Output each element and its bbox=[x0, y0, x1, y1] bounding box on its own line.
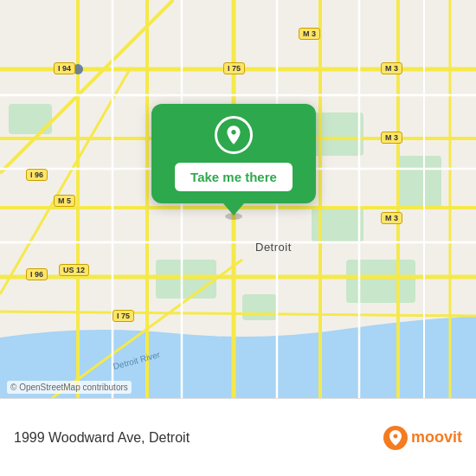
pin-icon bbox=[215, 116, 253, 154]
highway-badge-m3-right1: M 3 bbox=[381, 62, 402, 74]
map-attribution: © OpenStreetMap contributors bbox=[7, 381, 132, 394]
highway-badge-i94: I 94 bbox=[54, 62, 75, 74]
svg-rect-7 bbox=[346, 260, 415, 303]
detroit-label: Detroit bbox=[255, 241, 292, 254]
highway-badge-i96-left: I 96 bbox=[26, 169, 48, 181]
address-label: 1999 Woodward Ave, Detroit bbox=[14, 430, 190, 446]
svg-rect-6 bbox=[398, 156, 441, 208]
moovit-logo: moovit bbox=[383, 426, 462, 450]
highway-badge-m3-right3: M 3 bbox=[381, 212, 402, 224]
svg-point-34 bbox=[383, 426, 408, 450]
take-me-there-button[interactable]: Take me there bbox=[175, 163, 293, 191]
info-bar: 1999 Woodward Ave, Detroit moovit bbox=[0, 398, 476, 476]
svg-rect-5 bbox=[242, 294, 277, 320]
highway-badge-i96-bottom: I 96 bbox=[26, 268, 48, 280]
moovit-icon bbox=[383, 426, 408, 450]
highway-badge-us12: US 12 bbox=[59, 264, 89, 276]
moovit-text: moovit bbox=[411, 428, 462, 447]
highway-badge-m3-top: M 3 bbox=[299, 28, 320, 40]
map-container: I 94I 96I 96I 75I 75M 3M 3M 3M 3M 5US 12… bbox=[0, 0, 476, 476]
highway-badge-m5: M 5 bbox=[54, 195, 75, 207]
highway-badge-m3-right2: M 3 bbox=[381, 132, 402, 144]
popup-card: Take me there bbox=[151, 104, 316, 203]
highway-badge-i75-top: I 75 bbox=[223, 62, 245, 74]
highway-badge-i75-bottom: I 75 bbox=[113, 310, 134, 322]
